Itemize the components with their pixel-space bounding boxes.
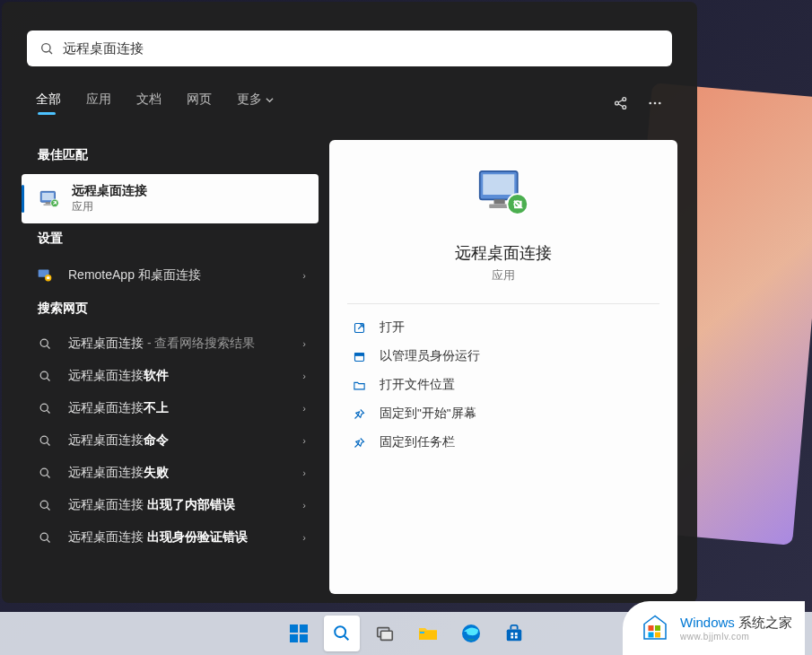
settings-item-remoteapp[interactable]: RemoteApp 和桌面连接 › [22, 258, 319, 293]
svg-line-30 [47, 539, 49, 542]
svg-line-26 [47, 475, 49, 477]
preview-pane: 远程桌面连接 应用 打开以管理员身份运行打开文件位置固定到"开始"屏幕固定到任务… [329, 140, 677, 594]
remoteapp-icon [34, 266, 56, 285]
svg-rect-57 [655, 625, 660, 631]
svg-point-8 [654, 102, 657, 105]
preview-title: 远程桌面连接 [455, 242, 552, 264]
admin-icon [351, 348, 367, 364]
divider [347, 303, 659, 304]
tab-web[interactable]: 网页 [187, 92, 212, 115]
store-button[interactable] [496, 616, 532, 651]
settings-item-label: RemoteApp 和桌面连接 [68, 267, 302, 284]
search-icon [39, 41, 54, 56]
start-button[interactable] [281, 616, 317, 651]
web-search-item[interactable]: 远程桌面连接软件› [22, 360, 319, 392]
svg-rect-59 [655, 633, 660, 638]
preview-action-folder[interactable]: 打开文件位置 [347, 371, 659, 399]
preview-action-pin[interactable]: 固定到"开始"屏幕 [347, 399, 659, 428]
section-web-search: 搜索网页 [38, 301, 319, 317]
section-best-match: 最佳匹配 [38, 147, 319, 163]
preview-action-pin[interactable]: 固定到任务栏 [347, 428, 659, 457]
svg-rect-55 [514, 636, 517, 639]
svg-rect-43 [300, 634, 308, 642]
chevron-right-icon: › [302, 270, 306, 281]
best-match-item[interactable]: 远程桌面连接 应用 [22, 174, 319, 223]
web-search-label: 远程桌面连接不上 [68, 400, 302, 416]
svg-point-17 [40, 339, 48, 346]
svg-rect-58 [648, 633, 653, 638]
svg-point-44 [335, 626, 345, 637]
share-icon[interactable] [613, 95, 629, 111]
svg-rect-12 [46, 202, 50, 204]
search-icon [34, 467, 56, 480]
edge-button[interactable] [453, 616, 489, 651]
action-label: 打开文件位置 [380, 377, 455, 393]
watermark: Windows 系统之家 www.bjjmlv.com [623, 601, 805, 655]
search-input[interactable] [63, 41, 659, 57]
filter-tabs: 全部 应用 文档 网页 更多 [2, 84, 697, 122]
svg-point-25 [40, 468, 48, 476]
svg-point-0 [42, 44, 50, 52]
more-options-icon[interactable] [647, 95, 663, 111]
action-label: 固定到"开始"屏幕 [380, 406, 476, 422]
search-icon [34, 402, 56, 415]
svg-rect-11 [42, 192, 54, 199]
svg-line-24 [47, 442, 49, 445]
start-search-panel: 全部 应用 文档 网页 更多 最佳匹配 [2, 2, 697, 603]
chevron-right-icon: › [302, 338, 306, 349]
search-icon [34, 337, 56, 351]
search-icon [34, 531, 56, 545]
web-search-label: 远程桌面连接命令 [68, 432, 302, 449]
watermark-url: www.bjjmlv.com [680, 632, 792, 642]
chevron-right-icon: › [302, 532, 306, 543]
search-box[interactable] [27, 31, 672, 66]
svg-line-28 [47, 507, 49, 510]
file-explorer-button[interactable] [410, 616, 446, 651]
svg-rect-32 [483, 174, 514, 195]
watermark-logo-icon [639, 612, 671, 644]
preview-action-admin[interactable]: 以管理员身份运行 [347, 342, 659, 371]
task-view-button[interactable] [367, 616, 403, 651]
svg-rect-54 [511, 636, 513, 639]
web-search-item[interactable]: 远程桌面连接 出现身份验证错误› [22, 521, 319, 554]
svg-rect-40 [290, 624, 298, 633]
chevron-right-icon: › [302, 467, 306, 478]
web-search-item[interactable]: 远程桌面连接不上› [22, 392, 319, 424]
search-icon [34, 370, 56, 383]
tab-apps[interactable]: 应用 [86, 92, 111, 115]
chevron-right-icon: › [302, 500, 306, 511]
taskbar-search-button[interactable] [324, 616, 360, 651]
web-search-item[interactable]: 远程桌面连接 - 查看网络搜索结果› [22, 328, 319, 360]
action-label: 以管理员身份运行 [380, 348, 480, 364]
pin-icon [351, 434, 367, 450]
web-search-item[interactable]: 远程桌面连接命令› [22, 424, 319, 457]
chevron-right-icon: › [302, 371, 306, 381]
svg-line-45 [344, 636, 348, 641]
web-search-item[interactable]: 远程桌面连接失败› [22, 457, 319, 489]
svg-rect-42 [290, 634, 298, 642]
svg-line-20 [47, 378, 49, 380]
svg-point-7 [649, 102, 651, 105]
web-search-label: 远程桌面连接失败 [68, 465, 302, 481]
open-icon [351, 319, 367, 336]
svg-point-19 [40, 371, 48, 379]
tab-more[interactable]: 更多 [237, 92, 274, 115]
folder-icon [351, 377, 367, 393]
tab-docs[interactable]: 文档 [136, 92, 162, 115]
best-match-subtitle: 应用 [72, 199, 147, 214]
tab-all[interactable]: 全部 [36, 92, 61, 115]
svg-line-5 [618, 100, 623, 102]
watermark-title: Windows 系统之家 [680, 615, 792, 632]
results-column: 最佳匹配 远程桌面连接 应用 设置 [22, 140, 319, 594]
web-search-item[interactable]: 远程桌面连接 出现了内部错误› [22, 489, 319, 521]
svg-rect-49 [420, 632, 424, 633]
preview-action-open[interactable]: 打开 [347, 313, 659, 342]
preview-actions: 打开以管理员身份运行打开文件位置固定到"开始"屏幕固定到任务栏 [347, 313, 659, 457]
rdp-app-icon [38, 188, 61, 211]
web-search-label: 远程桌面连接 出现了内部错误 [68, 497, 302, 513]
best-match-title: 远程桌面连接 [72, 183, 147, 199]
svg-rect-52 [511, 633, 513, 635]
pin-icon [351, 406, 367, 422]
web-search-label: 远程桌面连接 出现身份验证错误 [68, 529, 302, 546]
chevron-right-icon: › [302, 403, 306, 414]
